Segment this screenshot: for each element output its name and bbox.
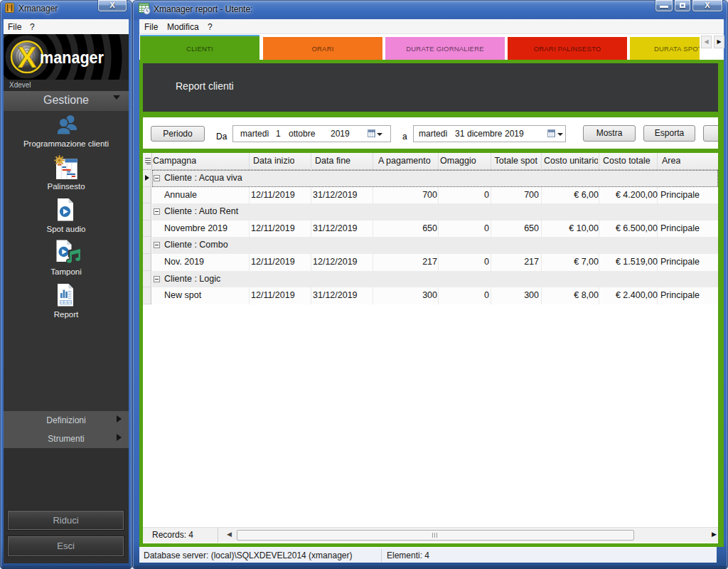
- svg-text:manager: manager: [40, 48, 104, 67]
- svg-text:X: X: [18, 40, 37, 74]
